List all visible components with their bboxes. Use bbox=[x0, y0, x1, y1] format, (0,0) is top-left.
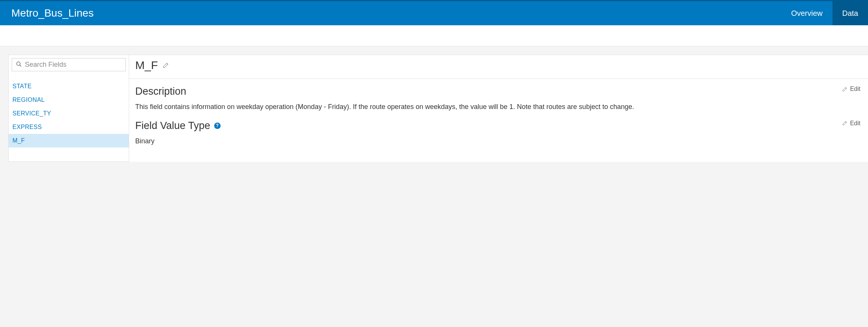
page-title: Metro_Bus_Lines bbox=[0, 1, 781, 25]
search-box[interactable] bbox=[12, 58, 126, 71]
description-title-wrap: Description bbox=[135, 86, 186, 97]
svg-point-0 bbox=[17, 62, 20, 65]
edit-field-value-type-button[interactable]: Edit bbox=[842, 120, 860, 127]
sidebar-item-service-ty[interactable]: SERVICE_TY bbox=[9, 107, 129, 120]
field-value-type-body: Binary bbox=[135, 136, 860, 147]
body-area: STATE REGIONAL SERVICE_TY EXPRESS M_F M_… bbox=[0, 46, 868, 162]
field-value-type-header-row: Field Value Type ? Edit bbox=[135, 120, 860, 132]
help-icon[interactable]: ? bbox=[214, 123, 221, 129]
tab-overview[interactable]: Overview bbox=[781, 1, 832, 25]
edit-label: Edit bbox=[850, 86, 860, 92]
description-title: Description bbox=[135, 86, 186, 97]
field-value-type-title-wrap: Field Value Type ? bbox=[135, 120, 221, 132]
sidebar-item-express[interactable]: EXPRESS bbox=[9, 120, 129, 134]
edit-label: Edit bbox=[850, 120, 860, 127]
search-input[interactable] bbox=[25, 61, 122, 69]
description-body: This field contains information on weekd… bbox=[135, 102, 860, 112]
field-name-heading: M_F bbox=[135, 59, 158, 72]
edit-field-name-button[interactable] bbox=[162, 62, 169, 69]
edit-description-button[interactable]: Edit bbox=[842, 86, 860, 92]
sidebar-item-m-f[interactable]: M_F bbox=[9, 134, 129, 147]
sidebar-item-state[interactable]: STATE bbox=[9, 80, 129, 93]
header-tabs: Overview Data bbox=[781, 1, 868, 25]
sidebar-item-regional[interactable]: REGIONAL bbox=[9, 93, 129, 107]
description-section: Description Edit This field contains inf… bbox=[135, 86, 860, 112]
svg-line-3 bbox=[845, 88, 846, 89]
app-header: Metro_Bus_Lines Overview Data bbox=[0, 0, 868, 25]
svg-line-2 bbox=[167, 64, 168, 65]
field-value-type-title: Field Value Type bbox=[135, 120, 210, 132]
field-list: STATE REGIONAL SERVICE_TY EXPRESS M_F bbox=[9, 74, 129, 147]
search-icon bbox=[16, 61, 22, 69]
detail-body: Description Edit This field contains inf… bbox=[129, 78, 868, 162]
tab-data[interactable]: Data bbox=[832, 1, 868, 25]
svg-line-1 bbox=[20, 65, 21, 66]
pencil-icon bbox=[842, 86, 848, 92]
description-header-row: Description Edit bbox=[135, 86, 860, 97]
subheader-bar bbox=[0, 25, 868, 46]
fields-sidebar: STATE REGIONAL SERVICE_TY EXPRESS M_F bbox=[8, 55, 129, 162]
pencil-icon bbox=[842, 120, 848, 126]
field-title-row: M_F bbox=[129, 55, 868, 78]
field-value-type-section: Field Value Type ? Edit Binary bbox=[135, 120, 860, 147]
search-wrapper bbox=[9, 55, 129, 74]
field-detail-panel: M_F Description Edit This field contains… bbox=[129, 55, 868, 162]
svg-line-4 bbox=[845, 122, 846, 123]
